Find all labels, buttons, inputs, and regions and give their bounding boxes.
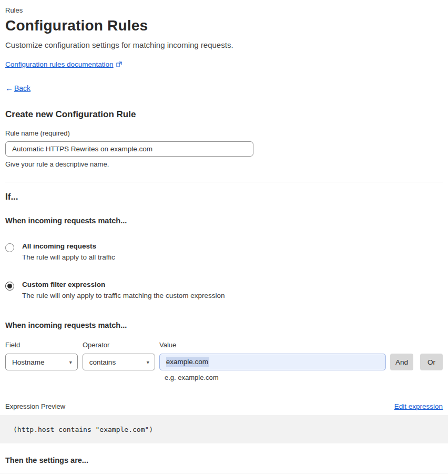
chevron-down-icon: ▾	[69, 359, 72, 365]
if-heading: If...	[5, 192, 443, 202]
external-link-icon	[116, 61, 122, 67]
radio-button-icon[interactable]	[5, 282, 14, 291]
rule-name-help: Give your rule a descriptive name.	[5, 160, 443, 168]
back-link[interactable]: Back	[14, 84, 30, 92]
documentation-link[interactable]: Configuration rules documentation	[5, 60, 114, 68]
builder-heading: When incoming requests match...	[5, 321, 443, 329]
expression-preview-label: Expression Preview	[5, 402, 65, 410]
configuration-rules-page: Rules Configuration Rules Customize conf…	[0, 0, 448, 476]
radio-option-custom-filter[interactable]: Custom filter expression The rule will o…	[5, 281, 443, 299]
operator-select-value: contains	[89, 358, 116, 366]
chevron-down-icon: ▾	[147, 359, 149, 365]
rule-name-label: Rule name (required)	[5, 129, 443, 137]
section-divider	[5, 182, 443, 182]
radio-description: The rule will apply to all traffic	[22, 253, 115, 261]
match-type-heading: When incoming requests match...	[5, 216, 443, 225]
radio-description: The rule will only apply to traffic matc…	[22, 292, 225, 299]
field-label: Field	[5, 341, 83, 349]
operator-label: Operator	[83, 341, 159, 349]
value-label: Value	[159, 341, 176, 349]
page-title: Configuration Rules	[5, 17, 443, 34]
or-button[interactable]: Or	[420, 354, 443, 370]
then-heading: Then the settings are...	[5, 456, 443, 464]
radio-label: All incoming requests	[22, 242, 115, 250]
field-select[interactable]: Hostname ▾	[5, 354, 78, 370]
radio-button-icon[interactable]	[5, 243, 14, 252]
and-button[interactable]: And	[390, 354, 413, 370]
value-input[interactable]: example.com	[159, 354, 386, 370]
expression-preview-block: (http.host contains "example.com")	[0, 415, 448, 443]
breadcrumb: Rules	[5, 6, 443, 14]
expression-code: (http.host contains "example.com")	[13, 426, 153, 433]
field-select-value: Hostname	[12, 358, 45, 366]
edit-expression-link[interactable]: Edit expression	[394, 402, 443, 410]
back-arrow-icon: ←	[5, 84, 13, 92]
value-input-text: example.com	[166, 357, 209, 367]
page-subtitle: Customize configuration settings for mat…	[5, 40, 443, 49]
radio-label: Custom filter expression	[22, 281, 225, 288]
operator-select[interactable]: contains ▾	[83, 354, 155, 370]
create-rule-heading: Create new Configuration Rule	[5, 109, 443, 120]
radio-option-all-requests[interactable]: All incoming requests The rule will appl…	[5, 242, 443, 261]
value-help-text: e.g. example.com	[165, 374, 443, 381]
rule-name-input[interactable]	[5, 141, 253, 157]
settings-divider	[0, 473, 448, 473]
